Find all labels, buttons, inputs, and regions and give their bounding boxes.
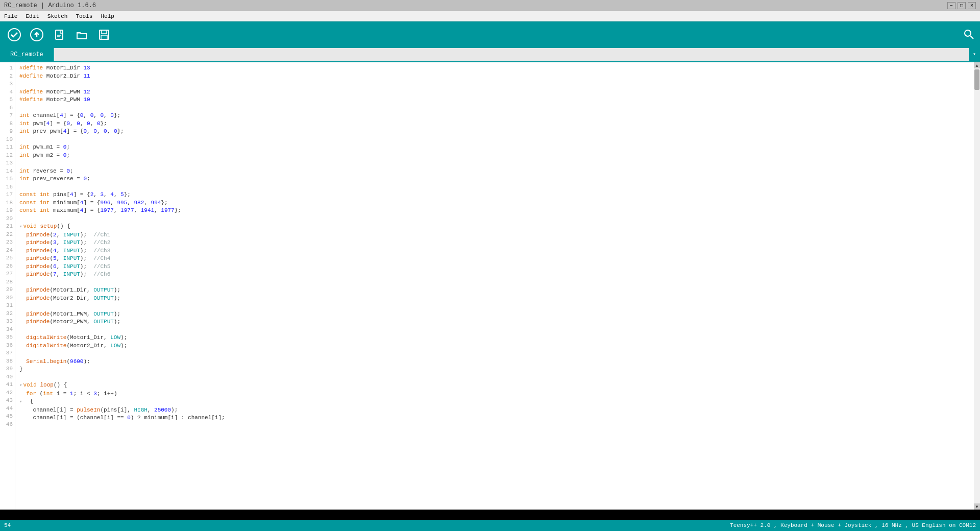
new-button[interactable]: [49, 25, 69, 45]
code-line: const int minimum[4] = {996, 995, 982, 9…: [19, 199, 970, 207]
menu-edit[interactable]: Edit: [23, 13, 41, 19]
line-number: 11: [4, 143, 13, 152]
code-line: int pwm[4] = {0, 0, 0, 0};: [19, 120, 970, 128]
close-button[interactable]: ×: [968, 2, 976, 9]
code-line: #define Motor1_Dir 13: [19, 64, 970, 73]
fold-marker[interactable]: ▾: [19, 224, 22, 229]
tab-rc-remote[interactable]: RC_remote: [0, 48, 54, 61]
fold-marker[interactable]: ▾: [19, 399, 22, 404]
minimize-button[interactable]: −: [947, 2, 955, 9]
menu-file[interactable]: File: [2, 13, 19, 19]
code-line: [19, 80, 970, 88]
line-number: 45: [4, 413, 13, 421]
editor: 1234567891011121314151617181920212223242…: [0, 62, 980, 510]
code-line: int channel[4] = {0, 0, 0, 0};: [19, 112, 970, 120]
new-icon: [52, 28, 66, 42]
line-number: 23: [4, 238, 13, 247]
code-line: int pwm_m1 = 0;: [19, 143, 970, 152]
fold-marker[interactable]: ▾: [19, 383, 22, 388]
save-button[interactable]: [94, 25, 114, 45]
line-number: 41: [4, 381, 13, 389]
upload-icon: [30, 28, 44, 42]
code-line: pinMode(4, INPUT); //Ch3: [19, 247, 970, 255]
code-line: int pwm_m2 = 0;: [19, 152, 970, 160]
restore-button[interactable]: □: [958, 2, 966, 9]
code-line: int prev_reverse = 0;: [19, 175, 970, 183]
upload-button[interactable]: [27, 25, 47, 45]
code-line: ▾void loop() {: [19, 381, 970, 390]
search-button[interactable]: [962, 28, 976, 42]
line-number: 17: [4, 191, 13, 199]
code-line: digitalWrite(Motor1_Dir, LOW);: [19, 334, 970, 342]
code-line: [19, 104, 970, 112]
line-number: 30: [4, 294, 13, 302]
code-line: pinMode(3, INPUT); //Ch2: [19, 239, 970, 247]
code-line: ▾void setup() {: [19, 223, 970, 231]
scroll-up-arrow[interactable]: ▲: [974, 62, 980, 68]
line-number: 3: [4, 80, 13, 88]
tab-dropdown[interactable]: ▾: [969, 47, 980, 61]
code-line: for (int i = 1; i < 3; i++): [19, 390, 970, 398]
code-line: int prev_pwm[4] = {0, 0, 0, 0};: [19, 128, 970, 136]
line-number: 33: [4, 318, 13, 326]
code-line: [19, 374, 970, 382]
scroll-thumb[interactable]: [974, 69, 979, 90]
menu-sketch[interactable]: Sketch: [45, 13, 70, 19]
code-line: [19, 422, 970, 430]
line-number: 46: [4, 421, 13, 429]
scroll-down-arrow[interactable]: ▼: [974, 503, 980, 510]
line-number: 29: [4, 286, 13, 294]
scrollbar[interactable]: ▲ ▼: [974, 62, 980, 510]
title-text: RC_remote | Arduino 1.6.6: [4, 2, 96, 9]
menu-help[interactable]: Help: [99, 13, 116, 19]
code-line: pinMode(Motor1_Dir, OUTPUT);: [19, 286, 970, 295]
line-number: 5: [4, 96, 13, 104]
line-number: 19: [4, 207, 13, 215]
line-number: 4: [4, 88, 13, 96]
code-line: #define Motor1_PWM 12: [19, 88, 970, 96]
line-number: 32: [4, 310, 13, 318]
code-line: [19, 136, 970, 144]
svg-rect-8: [101, 35, 107, 39]
code-line: [19, 350, 970, 358]
line-number: 20: [4, 215, 13, 223]
code-line: pinMode(5, INPUT); //Ch4: [19, 255, 970, 263]
console-area: [0, 510, 980, 520]
code-line: int reverse = 0;: [19, 167, 970, 176]
tab-bar: RC_remote ▾: [0, 48, 980, 62]
line-number: 8: [4, 120, 13, 128]
line-number: 44: [4, 405, 13, 413]
code-line: pinMode(6, INPUT); //Ch5: [19, 263, 970, 271]
svg-rect-7: [102, 30, 107, 34]
line-numbers: 1234567891011121314151617181920212223242…: [0, 62, 15, 510]
verify-button[interactable]: [4, 25, 24, 45]
menu-bar: File Edit Sketch Tools Help: [0, 11, 980, 21]
code-area[interactable]: #define Motor1_Dir 13#define Motor2_Dir …: [15, 62, 974, 510]
line-number: 36: [4, 342, 13, 350]
line-number: 31: [4, 302, 13, 310]
line-number: 2: [4, 73, 13, 81]
tab-label: RC_remote: [10, 51, 43, 58]
svg-point-9: [965, 30, 971, 36]
open-icon: [75, 28, 89, 42]
code-line: pinMode(2, INPUT); //Ch1: [19, 231, 970, 239]
open-button[interactable]: [71, 25, 92, 45]
line-number: 15: [4, 175, 13, 183]
search-icon: [963, 29, 974, 40]
line-number: 42: [4, 389, 13, 397]
menu-tools[interactable]: Tools: [74, 13, 94, 19]
code-line: pinMode(Motor2_Dir, OUTPUT);: [19, 295, 970, 303]
line-number: 24: [4, 247, 13, 255]
verify-icon: [7, 28, 21, 42]
line-number: 37: [4, 349, 13, 357]
line-number: 22: [4, 231, 13, 239]
code-line: Serial.begin(9600);: [19, 358, 970, 366]
line-number: 16: [4, 183, 13, 191]
line-number: 35: [4, 333, 13, 342]
code-line: pinMode(Motor2_PWM, OUTPUT);: [19, 318, 970, 326]
code-line: #define Motor2_Dir 11: [19, 73, 970, 81]
line-number: 7: [4, 112, 13, 120]
line-number: 9: [4, 128, 13, 136]
line-number: 12: [4, 152, 13, 160]
line-number: 1: [4, 64, 13, 73]
